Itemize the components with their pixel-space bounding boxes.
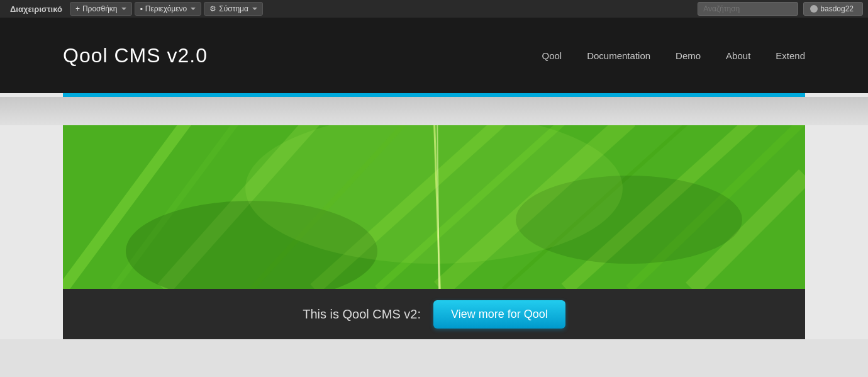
- content-icon: ▪: [140, 4, 143, 13]
- hero-grass-svg: [63, 125, 805, 289]
- site-nav: Qool Documentation Demo About Extend: [542, 50, 805, 61]
- site-title: Qool CMS v2.0: [63, 44, 208, 67]
- content-label: Περιεχόμενο: [145, 4, 187, 13]
- header-shadow: [0, 97, 868, 125]
- site-header: Qool CMS v2.0 Qool Documentation Demo Ab…: [0, 18, 868, 93]
- content-caret-icon: [191, 8, 196, 10]
- toolbar-right: basdog22: [698, 2, 863, 16]
- nav-item-demo[interactable]: Demo: [676, 50, 701, 61]
- system-caret-icon: [252, 8, 257, 10]
- nav-item-qool[interactable]: Qool: [542, 50, 562, 61]
- add-caret-icon: [121, 8, 126, 10]
- hero-image: [63, 125, 805, 289]
- user-menu-button[interactable]: basdog22: [803, 2, 863, 16]
- cta-bar: This is Qool CMS v2: View more for Qool: [63, 289, 805, 339]
- admin-toolbar: Διαχειριστικό + Προσθήκη ▪ Περιεχόμενο ⚙…: [0, 0, 868, 18]
- system-label: Σύστημα: [219, 4, 248, 13]
- add-button[interactable]: + Προσθήκη: [70, 2, 132, 16]
- hero-section: This is Qool CMS v2: View more for Qool: [63, 125, 805, 339]
- add-icon: +: [75, 4, 80, 13]
- content-button[interactable]: ▪ Περιεχόμενο: [135, 2, 202, 16]
- search-input[interactable]: [698, 2, 798, 16]
- system-button[interactable]: ⚙ Σύστημα: [204, 2, 263, 16]
- nav-item-documentation[interactable]: Documentation: [587, 50, 650, 61]
- nav-item-about[interactable]: About: [726, 50, 750, 61]
- cta-text: This is Qool CMS v2:: [303, 307, 421, 322]
- username-label: basdog22: [820, 4, 854, 13]
- system-icon: ⚙: [209, 4, 216, 13]
- bottom-area: [0, 339, 868, 377]
- nav-item-extend[interactable]: Extend: [776, 50, 805, 61]
- add-label: Προσθήκη: [82, 4, 118, 13]
- user-avatar-icon: [810, 5, 818, 13]
- admin-brand[interactable]: Διαχειριστικό: [5, 4, 67, 14]
- cta-button[interactable]: View more for Qool: [433, 300, 565, 329]
